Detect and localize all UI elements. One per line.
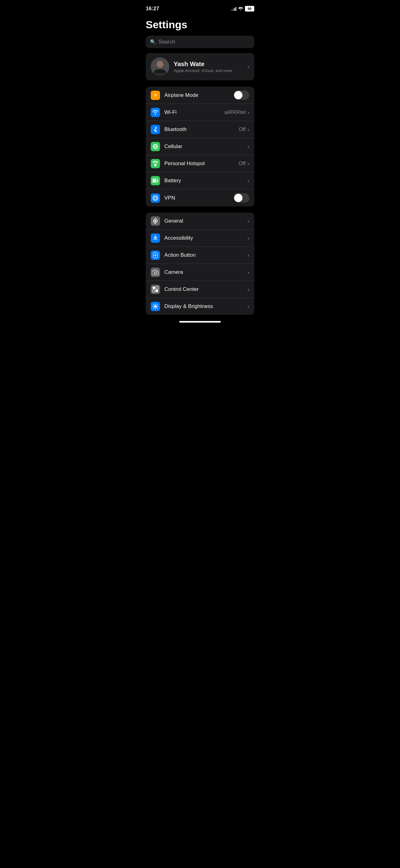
camera-icon (151, 268, 160, 277)
cellular-chevron: › (247, 144, 249, 150)
accessibility-label: Accessibility (164, 235, 247, 241)
svg-point-31 (154, 305, 157, 308)
battery-label: Battery (164, 178, 247, 184)
svg-rect-12 (155, 164, 156, 165)
wifi-value: aiRRRtel (225, 109, 245, 116)
action-button-chevron: › (247, 252, 249, 258)
camera-chevron: › (247, 269, 249, 276)
profile-section: Yash Wate Apple Account, iCloud, and mor… (146, 53, 254, 81)
vpn-row[interactable]: VPN (146, 189, 254, 207)
accessibility-chevron: › (247, 235, 249, 242)
page-title: Settings (139, 16, 261, 36)
vpn-toggle[interactable] (233, 193, 249, 203)
wifi-chevron: › (247, 109, 249, 116)
battery-row[interactable]: Battery › (146, 172, 254, 189)
hotspot-icon (151, 159, 160, 168)
bluetooth-value: Off (239, 126, 245, 132)
profile-chevron: › (247, 64, 249, 70)
hotspot-label: Personal Hotspot (164, 160, 239, 167)
svg-point-26 (155, 272, 157, 274)
connectivity-section: ✈ Airplane Mode Wi-Fi aiRRRtel › Bluetoo… (146, 87, 254, 207)
svg-line-39 (154, 308, 154, 309)
search-icon: 🔍 (150, 39, 156, 45)
cellular-label: Cellular (164, 144, 247, 150)
bluetooth-icon (151, 125, 160, 134)
display-brightness-row[interactable]: Display & Brightness › (146, 298, 254, 315)
svg-rect-30 (156, 290, 158, 292)
svg-line-36 (154, 305, 154, 305)
camera-row[interactable]: Camera › (146, 264, 254, 281)
accessibility-row[interactable]: Accessibility › (146, 230, 254, 247)
battery-icon: 90 (245, 6, 254, 11)
svg-point-6 (155, 146, 156, 147)
display-brightness-chevron: › (247, 303, 249, 310)
action-button-row[interactable]: Action Button › (146, 247, 254, 264)
camera-label: Camera (164, 269, 247, 275)
profile-info: Yash Wate Apple Account, iCloud, and mor… (174, 61, 243, 73)
system-section: General › Accessibility › Action Button … (146, 213, 254, 315)
status-time: 16:27 (146, 6, 159, 12)
display-brightness-label: Display & Brightness (164, 303, 247, 310)
airplane-mode-icon: ✈ (151, 91, 160, 100)
wifi-row-icon (151, 108, 160, 117)
svg-point-1 (157, 61, 163, 68)
search-bar[interactable]: 🔍 Search (146, 36, 254, 48)
bluetooth-row[interactable]: Bluetooth Off › (146, 121, 254, 138)
general-row[interactable]: General › (146, 213, 254, 230)
status-icons: 90 (231, 6, 254, 11)
svg-line-38 (157, 305, 158, 305)
svg-rect-28 (156, 286, 158, 289)
profile-subtitle: Apple Account, iCloud, and more (174, 68, 243, 73)
svg-rect-27 (153, 286, 155, 289)
control-center-chevron: › (247, 286, 249, 293)
svg-rect-29 (153, 290, 155, 292)
bluetooth-chevron: › (247, 126, 249, 133)
wifi-row[interactable]: Wi-Fi aiRRRtel › (146, 104, 254, 121)
avatar (151, 57, 169, 76)
cellular-icon (151, 142, 160, 151)
svg-rect-15 (153, 180, 156, 182)
airplane-mode-label: Airplane Mode (164, 92, 233, 98)
control-center-label: Control Center (164, 286, 247, 292)
search-placeholder: Search (159, 39, 175, 45)
svg-line-37 (157, 308, 158, 309)
wifi-icon (238, 6, 243, 11)
hotspot-value: Off (239, 160, 245, 167)
cellular-row[interactable]: Cellular › (146, 138, 254, 155)
svg-point-3 (155, 114, 156, 115)
profile-row[interactable]: Yash Wate Apple Account, iCloud, and mor… (146, 53, 254, 81)
svg-point-22 (155, 236, 156, 237)
general-icon (151, 216, 160, 226)
airplane-mode-row[interactable]: ✈ Airplane Mode (146, 87, 254, 104)
personal-hotspot-row[interactable]: Personal Hotspot Off › (146, 155, 254, 172)
battery-chevron: › (247, 178, 249, 184)
display-brightness-icon (151, 302, 160, 311)
battery-level: 90 (248, 7, 252, 10)
general-chevron: › (247, 218, 249, 224)
signal-icon (231, 6, 236, 11)
accessibility-icon (151, 234, 160, 243)
status-bar: 16:27 90 (139, 0, 261, 16)
action-button-label: Action Button (164, 252, 247, 258)
battery-row-icon (151, 176, 160, 185)
control-center-row[interactable]: Control Center › (146, 281, 254, 298)
general-label: General (164, 218, 247, 224)
action-button-icon (151, 251, 160, 260)
bluetooth-label: Bluetooth (164, 126, 239, 132)
profile-name: Yash Wate (174, 61, 243, 68)
search-container: 🔍 Search (139, 36, 261, 53)
svg-rect-14 (158, 180, 159, 182)
control-center-icon (151, 285, 160, 294)
airplane-mode-toggle[interactable] (233, 90, 249, 100)
home-indicator (179, 321, 221, 322)
wifi-label: Wi-Fi (164, 109, 225, 116)
vpn-icon (151, 193, 160, 203)
hotspot-chevron: › (247, 160, 249, 167)
vpn-label: VPN (164, 195, 233, 201)
svg-point-21 (155, 220, 156, 222)
